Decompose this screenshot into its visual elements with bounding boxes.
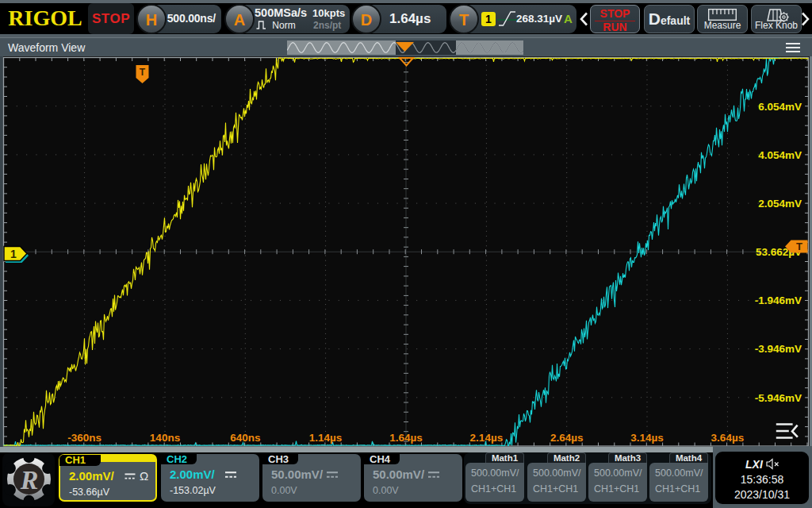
svg-text:2.054mV: 2.054mV (758, 198, 802, 210)
svg-text:2.14µs: 2.14µs (470, 432, 504, 444)
svg-text:T: T (140, 67, 146, 78)
svg-text:-3.946mV: -3.946mV (755, 343, 802, 355)
svg-text:R: R (20, 465, 39, 495)
svg-text:T: T (796, 241, 802, 252)
svg-text:1: 1 (10, 248, 17, 260)
svg-text:1.64µs: 1.64µs (389, 432, 423, 444)
svg-text:-5.946mV: -5.946mV (755, 392, 802, 404)
svg-text:-1.946mV: -1.946mV (755, 294, 802, 306)
svg-text:640ns: 640ns (230, 432, 260, 444)
svg-text:4.054mV: 4.054mV (758, 149, 802, 161)
svg-text:2.64µs: 2.64µs (550, 432, 584, 444)
svg-text:3.64µs: 3.64µs (711, 432, 745, 444)
svg-text:6.054mV: 6.054mV (758, 101, 802, 113)
svg-text:-360ns: -360ns (67, 432, 102, 444)
svg-text:140ns: 140ns (150, 432, 180, 444)
svg-text:3.14µs: 3.14µs (630, 432, 664, 444)
svg-text:1.14µs: 1.14µs (309, 432, 343, 444)
